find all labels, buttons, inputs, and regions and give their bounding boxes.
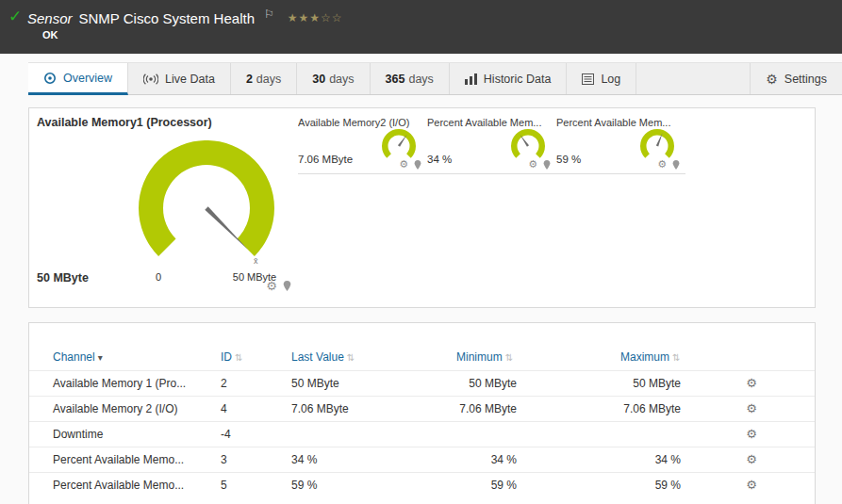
col-channel[interactable]: Channel▾: [29, 345, 213, 370]
channel-settings-icon[interactable]: ⚙: [746, 401, 757, 415]
channel-row[interactable]: Available Memory 1 (Pro... 2 50 MByte 50…: [29, 370, 815, 396]
tab-label: Historic Data: [484, 73, 552, 86]
sensor-header: ✓ SensorSNMP Cisco System Health⚐★★★☆☆ O…: [0, 0, 842, 54]
col-last-value[interactable]: Last Value⇅: [284, 345, 449, 370]
channel-settings-icon[interactable]: ⚙: [746, 478, 757, 492]
gauge-actions: ⚙: [657, 159, 680, 170]
cell-minimum: 7.06 MByte: [449, 396, 524, 421]
cell-channel[interactable]: Percent Available Memo...: [29, 447, 213, 472]
cell-actions: ⚙: [688, 421, 815, 447]
pin-icon[interactable]: [543, 160, 551, 170]
cell-last-value: 34 %: [284, 447, 449, 472]
channel-settings-icon[interactable]: ⚙: [746, 427, 757, 441]
favorite-rating[interactable]: ★★★☆☆: [288, 11, 343, 24]
cell-channel[interactable]: Downtime: [29, 421, 213, 447]
tab-settings[interactable]: ⚙ Settings: [750, 63, 842, 94]
pin-icon[interactable]: [672, 160, 680, 170]
gauge-actions: ⚙: [399, 159, 421, 170]
tab-number: 2: [246, 73, 253, 86]
tab-label: Log: [601, 73, 620, 86]
gauge-needle: [205, 206, 249, 251]
tab-live-data[interactable]: Live Data: [128, 63, 231, 94]
channel-row[interactable]: Downtime -4 ⚙: [29, 421, 815, 447]
col-spacer: [524, 345, 613, 370]
cell-channel[interactable]: Available Memory 2 (I/O): [29, 396, 213, 421]
priority-flag-icon[interactable]: ⚐: [264, 8, 274, 21]
mini-gauges: Available Memory2 (I/O) 7.06 MByte ⚙ Per…: [298, 116, 685, 300]
pin-icon[interactable]: [414, 160, 421, 170]
sort-icon: ⇅: [235, 352, 242, 363]
cell-id: 3: [213, 447, 284, 472]
average-marker: x̄: [254, 256, 258, 266]
cell-last-value: 7.06 MByte: [284, 396, 449, 421]
cell-minimum: 50 MByte: [449, 370, 524, 396]
col-id[interactable]: ID⇅: [213, 345, 284, 370]
cell-channel[interactable]: Percent Available Memo...: [29, 472, 213, 497]
cell-last-value: 59 %: [284, 472, 449, 497]
sensor-title: SNMP Cisco System Health: [79, 10, 255, 26]
cell-id: -4: [213, 421, 284, 447]
stars-filled: ★★★: [288, 11, 321, 24]
gauge-settings-icon[interactable]: ⚙: [399, 159, 408, 170]
tab-overview[interactable]: Overview: [28, 63, 128, 95]
tab-number: 365: [386, 73, 405, 86]
channels-table-panel: Channel▾ ID⇅ Last Value⇅ Minimum⇅ Maximu…: [28, 322, 816, 504]
page-title: SensorSNMP Cisco System Health⚐★★★☆☆: [27, 8, 343, 26]
channel-row[interactable]: Percent Available Memo... 5 59 % 59 % 59…: [29, 472, 815, 497]
primary-gauge: Available Memory1 (Processor) x̄ 50 MByt…: [37, 116, 298, 300]
cell-id: 5: [213, 472, 284, 497]
channel-row[interactable]: Available Memory 2 (I/O) 4 7.06 MByte 7.…: [29, 396, 815, 421]
tab-30-days[interactable]: 30days: [297, 63, 370, 94]
gauge-settings-icon[interactable]: ⚙: [266, 280, 277, 292]
pin-icon[interactable]: [283, 281, 291, 291]
cell-minimum: 59 %: [449, 472, 524, 497]
channel-settings-icon[interactable]: ⚙: [746, 452, 757, 466]
gauge-scale-min: 0: [144, 271, 173, 283]
tab-label: Overview: [63, 72, 112, 85]
col-maximum[interactable]: Maximum⇅: [613, 345, 688, 370]
tab-label: Settings: [784, 73, 827, 86]
primary-gauge-chart: x̄: [117, 140, 296, 277]
gauge-settings-icon[interactable]: ⚙: [657, 159, 667, 170]
log-list-icon: [582, 73, 594, 85]
cell-maximum: [613, 421, 688, 447]
channel-settings-icon[interactable]: ⚙: [746, 376, 757, 390]
mini-gauge-value: 59 %: [556, 154, 581, 165]
col-minimum[interactable]: Minimum⇅: [449, 345, 524, 370]
status-badge: OK: [42, 29, 58, 41]
cell-id: 2: [213, 370, 284, 396]
live-data-icon: [143, 73, 158, 85]
tab-unit: days: [408, 73, 433, 86]
sensor-type-label: Sensor: [27, 10, 73, 26]
channel-row[interactable]: Percent Available Memo... 3 34 % 34 % 34…: [29, 447, 815, 472]
cell-actions: ⚙: [688, 472, 815, 497]
tab-historic-data[interactable]: Historic Data: [450, 63, 568, 94]
tab-365-days[interactable]: 365days: [371, 63, 450, 94]
overview-icon: [43, 72, 57, 85]
cell-channel[interactable]: Available Memory 1 (Pro...: [29, 370, 213, 396]
tab-2-days[interactable]: 2days: [231, 63, 297, 94]
cell-actions: ⚙: [688, 447, 815, 472]
cell-maximum: 7.06 MByte: [613, 396, 688, 421]
mini-gauge-value: 7.06 MByte: [298, 154, 353, 165]
gauges-panel: Available Memory1 (Processor) x̄ 50 MByt…: [28, 107, 816, 308]
table-header-row: Channel▾ ID⇅ Last Value⇅ Minimum⇅ Maximu…: [29, 345, 815, 370]
mini-gauge: Percent Available Mem... 34 % ⚙: [427, 116, 556, 174]
col-actions: [688, 345, 815, 370]
sort-icon: ⇅: [505, 352, 513, 363]
tab-log[interactable]: Log: [567, 63, 636, 94]
channels-table: Channel▾ ID⇅ Last Value⇅ Minimum⇅ Maximu…: [29, 345, 815, 497]
stars-empty: ☆☆: [321, 11, 343, 24]
gauge-settings-icon[interactable]: ⚙: [528, 159, 537, 170]
cell-spacer: [524, 447, 613, 472]
sort-icon: ⇅: [347, 352, 355, 363]
mini-gauge: Percent Available Mem... 59 % ⚙: [556, 116, 685, 174]
cell-spacer: [524, 370, 613, 396]
sort-desc-icon: ▾: [98, 352, 103, 363]
sort-icon: ⇅: [672, 352, 680, 363]
gauge-actions: ⚙: [266, 280, 291, 292]
cell-maximum: 34 %: [613, 447, 688, 472]
cell-actions: ⚙: [688, 370, 815, 396]
mini-gauge: Available Memory2 (I/O) 7.06 MByte ⚙: [298, 116, 427, 174]
cell-spacer: [524, 396, 613, 421]
